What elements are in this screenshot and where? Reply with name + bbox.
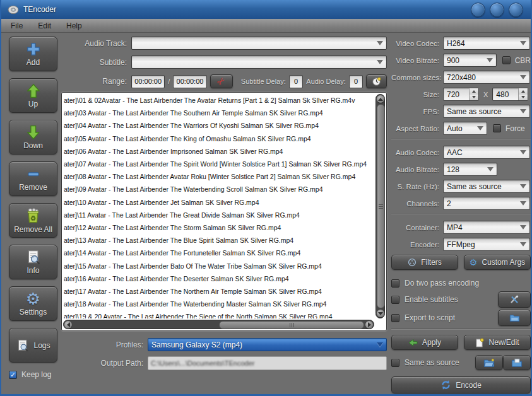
dropdown-arrow-icon[interactable] [375,39,384,48]
menu-edit[interactable]: Edit [38,21,51,30]
minimize-button[interactable] [471,3,485,17]
export-script-checkbox[interactable] [391,314,399,322]
vertical-scrollbar-thumb[interactable] [377,104,385,308]
dropdown-arrow-icon[interactable] [519,240,528,249]
open-folder-button[interactable] [475,355,503,370]
remove-button[interactable]: Remove [9,161,57,196]
container-combo[interactable]: MP4 [443,221,530,234]
enable-subtitles-checkbox[interactable] [391,296,399,304]
video-codec-value: H264 [447,39,519,48]
dropdown-arrow-icon[interactable] [519,182,528,191]
dropdown-arrow-icon[interactable] [519,199,528,208]
list-item[interactable]: ater]\17 Avatar - The Last Airbender The… [64,285,374,298]
list-item[interactable]: ater]\15 Avatar - The Last Airbender Bat… [64,260,374,272]
down-button[interactable]: Down [9,120,57,154]
dropdown-arrow-icon[interactable] [375,341,384,349]
list-item[interactable]: ater]\14 Avatar - The Last Airbender The… [64,247,374,259]
add-button[interactable]: Add [9,37,57,71]
two-pass-checkbox[interactable] [391,279,399,288]
scroll-down-button[interactable] [377,310,384,317]
list-item[interactable]: ater]\16 Avatar - The Last Airbender The… [64,272,374,285]
audio-delay-field[interactable]: 0 [349,75,364,88]
audio-bitrate-combo[interactable]: 128 [443,163,497,176]
export-folder-button[interactable] [498,310,531,326]
video-codec-combo[interactable]: H264 [443,37,530,50]
dropdown-arrow-icon[interactable] [485,56,494,65]
logs-button[interactable]: Logs [9,328,57,363]
spinner-up-button[interactable] [470,88,478,95]
list-item[interactable]: ater]\01 & 02Avatar - The Last Airbender… [64,94,374,107]
same-as-source-checkbox[interactable] [391,359,399,367]
dropdown-arrow-icon[interactable] [486,165,495,174]
scroll-right-button[interactable] [365,321,373,329]
subtitle-settings-button[interactable] [498,291,531,308]
list-item[interactable]: ater]\04 Avatar - The Last Airbender The… [64,119,374,132]
dropdown-arrow-icon[interactable] [476,124,485,133]
maximize-button[interactable] [490,3,504,17]
range-from-field[interactable]: 00:00:00 [131,75,165,88]
audio-track-row: Audio Track: [61,37,387,50]
delay-timer-button[interactable] [366,74,387,88]
encode-button[interactable]: Encode [391,376,531,393]
list-item[interactable]: ater]\11 Avatar - The Last Airbender The… [64,209,374,221]
dropdown-arrow-icon[interactable] [519,107,528,116]
force-checkbox[interactable] [493,124,501,132]
fps-combo[interactable]: Same as source [443,105,530,118]
dropdown-arrow-icon[interactable] [519,73,528,82]
menu-file[interactable]: File [11,21,23,30]
spinner-down-button[interactable] [470,95,478,101]
audio-track-combo[interactable] [131,37,387,50]
subtitle-delay-field[interactable]: 0 [289,75,304,88]
profiles-combo[interactable]: Samsung Galaxy S2 (mp4) [148,338,387,351]
list-item[interactable]: ater]\18 Avatar - The Last Airbender The… [64,298,374,310]
vertical-scrollbar[interactable] [375,94,385,318]
common-sizes-combo[interactable]: 720x480 [443,71,530,84]
settings-button[interactable]: ⚙ Settings [9,286,57,321]
list-item[interactable]: ater]\13 Avatar - The Last Airbender The… [64,234,374,247]
apply-button[interactable]: Apply [391,335,458,350]
audio-codec-combo[interactable]: AAC [443,146,530,159]
list-item[interactable]: ater]\07 Avatar - The Last Airbender The… [64,158,374,170]
custom-args-button[interactable]: ⚙ Custom Args [464,255,531,270]
keep-log-checkbox[interactable]: ✓ [9,371,17,379]
sample-rate-combo[interactable]: Same as source [443,180,530,193]
cut-button[interactable]: ✂ [210,74,233,88]
spinner-down-button[interactable] [519,95,528,101]
list-item[interactable]: ater]\12 Avatar - The Last Airbender The… [64,221,374,234]
encoder-combo[interactable]: FFMpeg [443,238,530,251]
scroll-up-button[interactable] [377,95,384,103]
output-path-field[interactable]: C:\Users\...\Documents\TEncoder [148,356,387,370]
range-to-field[interactable]: 00:00:00 [173,75,206,88]
dropdown-arrow-icon[interactable] [519,39,528,48]
width-spinner[interactable]: 720 [443,88,479,101]
horizontal-scrollbar[interactable] [63,320,374,329]
channels-combo[interactable]: 2 [443,197,530,210]
info-button[interactable]: Info [9,245,57,279]
list-item[interactable]: ater]\08 Avatar - The Last Airbender Ava… [64,170,374,183]
aspect-ratio-combo[interactable]: Auto [443,122,487,135]
spinner-up-button[interactable] [519,88,528,95]
filters-button[interactable]: Filters [391,255,458,270]
subtitle-combo[interactable] [131,55,387,69]
list-item[interactable]: ater]\06 Avatar - The Last Airbender Imp… [64,145,374,158]
video-bitrate-combo[interactable]: 900 [443,54,497,67]
output-folder-button[interactable] [503,355,531,370]
list-item[interactable]: ater]\10 Avatar - The Last Airbender Jet… [64,196,374,209]
list-item[interactable]: ater]\05 Avatar - The Last Airbender The… [64,132,374,145]
horizontal-scrollbar-thumb[interactable] [219,321,365,329]
remove-all-button[interactable]: ♻ Remove All [9,203,57,238]
menu-help[interactable]: Help [66,21,82,30]
up-button[interactable]: Up [9,78,57,113]
height-spinner[interactable]: 480 [492,88,528,101]
list-item[interactable]: ater]\03 Avatar - The Last Airbender The… [64,107,374,119]
scroll-left-button[interactable] [64,321,72,329]
new-edit-button[interactable]: New/Edit [464,335,531,350]
dropdown-arrow-icon[interactable] [519,148,528,157]
dropdown-arrow-icon[interactable] [519,223,528,232]
cbr-checkbox[interactable] [502,56,511,64]
close-button[interactable] [509,3,523,17]
list-item[interactable]: ater]\09 Avatar - The Last Airbender The… [64,183,374,195]
list-item[interactable]: ater]\19 & 20 Avatar - The Last Airbende… [64,310,374,318]
titlebar: TEncoder [1,0,531,19]
dropdown-arrow-icon[interactable] [375,58,384,67]
